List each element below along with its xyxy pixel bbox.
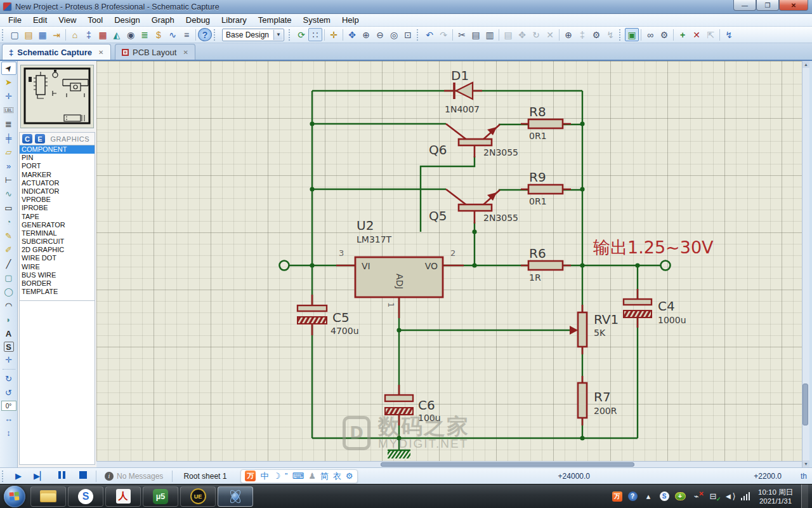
goto-sheet-icon[interactable]: ⇱ — [704, 28, 717, 41]
ime-skin-icon[interactable]: 衣 — [333, 471, 341, 482]
pan-icon[interactable]: ✥ — [345, 28, 359, 41]
close-icon[interactable]: ✕ — [98, 49, 103, 56]
design-notes-icon[interactable]: ≡ — [180, 28, 193, 41]
list-item-vprobe[interactable]: VPROBE — [20, 196, 95, 204]
step-button[interactable]: ▶▏ — [29, 471, 51, 481]
gerber-view-icon[interactable]: ◉ — [124, 28, 138, 41]
sogou-ime-icon[interactable]: 万 — [245, 471, 256, 481]
list-item-actuator[interactable]: ACTUATOR — [20, 179, 95, 187]
list-item-marker[interactable]: MARKER — [20, 171, 95, 179]
component-mode-icon[interactable]: ➤ — [1, 76, 16, 89]
rotate-anticlockwise-icon[interactable]: ↺ — [1, 386, 16, 399]
rotate-clockwise-icon[interactable]: ↻ — [1, 372, 16, 385]
rotation-angle-field[interactable]: 0° — [1, 401, 16, 411]
schematic-capture-icon[interactable]: ‡ — [82, 28, 96, 41]
schematic-canvas[interactable]: D1 1N4007 Q6 2N3055 Q5 2N3 — [96, 61, 802, 461]
menu-help[interactable]: Help — [336, 14, 365, 26]
design-explorer-icon[interactable]: ≣ — [138, 28, 152, 41]
list-item-tape[interactable]: TAPE — [20, 213, 95, 221]
voltage-probe-icon[interactable]: ✎ — [1, 229, 16, 243]
list-item-2d-graphic[interactable]: 2D GRAPHIC — [20, 246, 95, 254]
pause-button[interactable] — [51, 471, 72, 481]
ime-settings-icon[interactable]: ⚙ — [346, 471, 353, 481]
bill-of-materials-icon[interactable]: $ — [152, 28, 166, 41]
2d-line-icon[interactable]: ╱ — [1, 257, 16, 271]
bus-icon[interactable]: ╪ — [1, 131, 16, 145]
zoom-out-icon[interactable]: ⊖ — [373, 28, 387, 41]
sheet-name[interactable]: Root sheet 1 — [183, 472, 226, 481]
list-item-terminal[interactable]: TERMINAL — [20, 229, 95, 237]
play-button[interactable]: ▶ — [8, 471, 29, 481]
list-item-template[interactable]: TEMPLATE — [20, 288, 95, 296]
list-item-bus-wire[interactable]: BUS WIRE — [20, 271, 95, 279]
component-d1[interactable]: D1 1N4007 — [444, 68, 482, 114]
network-signal-icon[interactable] — [741, 492, 750, 500]
scroll-up-icon[interactable]: ▲ — [802, 61, 809, 68]
block-move-icon[interactable]: ✥ — [515, 28, 529, 41]
info-icon[interactable]: i — [105, 472, 114, 481]
show-hidden-icons[interactable]: ▴ — [643, 491, 654, 501]
component-r8[interactable]: R8 0R1 — [521, 104, 571, 141]
redo-icon[interactable]: ↷ — [436, 28, 450, 41]
remove-sheet-icon[interactable]: ✕ — [690, 28, 704, 41]
close-icon[interactable]: ✕ — [183, 49, 188, 56]
list-item-border[interactable]: BORDER — [20, 279, 95, 288]
taskbar-sogou-browser-button[interactable]: S — [68, 486, 103, 507]
menu-library[interactable]: Library — [216, 14, 252, 26]
text-script-icon[interactable]: ≣ — [1, 117, 16, 131]
make-device-icon[interactable]: ‡ — [575, 28, 589, 41]
menu-template[interactable]: Template — [252, 14, 298, 26]
tray-plus-icon[interactable]: + — [675, 492, 686, 500]
tab-schematic-capture[interactable]: ‡ Schematic Capture ✕ — [2, 44, 111, 60]
origin-icon[interactable]: ✛ — [327, 28, 341, 41]
2d-marker-icon[interactable]: ✛ — [1, 353, 16, 366]
ime-simplified-toggle[interactable]: 简 — [320, 471, 329, 482]
component-u2[interactable]: VI VO ADJ 3 2 1 U2 LM317T — [336, 218, 464, 318]
horizontal-scrollbar-thumb[interactable] — [381, 462, 634, 467]
subcircuit-icon[interactable]: ▱ — [1, 145, 16, 159]
open-project-icon[interactable]: ▤ — [22, 28, 36, 41]
start-button[interactable] — [4, 486, 25, 507]
show-desktop-button[interactable] — [801, 485, 808, 508]
zoom-all-icon[interactable]: ◎ — [387, 28, 401, 41]
tray-help-icon[interactable]: ? — [628, 491, 638, 501]
list-item-subcircuit[interactable]: SUBCIRCUIT — [20, 237, 95, 246]
list-item-port[interactable]: PORT — [20, 162, 95, 170]
list-item-pin[interactable]: PIN — [20, 154, 95, 162]
menu-design[interactable]: Design — [108, 14, 145, 26]
new-project-icon[interactable]: ▢ — [8, 28, 22, 41]
device-pin-icon[interactable]: ⊢ — [1, 173, 16, 187]
tape-recorder-icon[interactable]: ▭ — [1, 201, 16, 215]
component-q6[interactable]: Q6 2N3055 — [429, 124, 518, 157]
component-q5[interactable]: Q5 2N3055 — [429, 189, 518, 224]
2d-symbol-icon[interactable]: S — [4, 342, 14, 352]
tray-sogou-s-icon[interactable]: S — [660, 491, 669, 501]
new-sheet-icon[interactable]: + — [676, 28, 690, 41]
3d-visualizer-icon[interactable]: ◭ — [110, 28, 124, 41]
paste-icon[interactable]: ▥ — [483, 28, 497, 41]
overview-thumbnail[interactable] — [20, 65, 94, 128]
ground-symbol[interactable] — [388, 450, 410, 458]
zoom-area-icon[interactable]: ⊡ — [401, 28, 415, 41]
search-tag-icon[interactable]: ∞ — [643, 28, 657, 41]
scroll-down-icon[interactable]: ▼ — [802, 460, 809, 467]
tray-sogou-icon[interactable]: 万 — [612, 491, 622, 502]
ime-moon-icon[interactable]: ☽ — [273, 471, 280, 481]
menu-tool[interactable]: Tool — [82, 14, 108, 26]
copy-icon[interactable]: ▤ — [469, 28, 483, 41]
block-copy-icon[interactable]: ▤ — [501, 28, 515, 41]
menu-edit[interactable]: Edit — [27, 14, 53, 26]
save-project-icon[interactable]: ▦ — [36, 28, 49, 41]
ime-punctuation-icon[interactable]: ” — [285, 471, 287, 481]
toggle-grid-icon[interactable]: ∷ — [308, 28, 322, 41]
generator-mode-icon[interactable]: ◔ — [1, 215, 16, 229]
undo-icon[interactable]: ↶ — [422, 28, 436, 41]
home-page-icon[interactable]: ⌂ — [68, 28, 82, 41]
network-disconnected-icon[interactable]: ⌁✕ — [691, 491, 702, 501]
flip-horizontal-icon[interactable]: ↔ — [1, 412, 16, 425]
block-rotate-icon[interactable]: ↻ — [529, 28, 543, 41]
graph-analysis-icon[interactable]: ∿ — [166, 28, 180, 41]
close-button[interactable]: ✕ — [779, 0, 808, 11]
taskbar-explorer-button[interactable] — [30, 486, 66, 507]
decompose-icon[interactable]: ↯ — [603, 28, 617, 41]
